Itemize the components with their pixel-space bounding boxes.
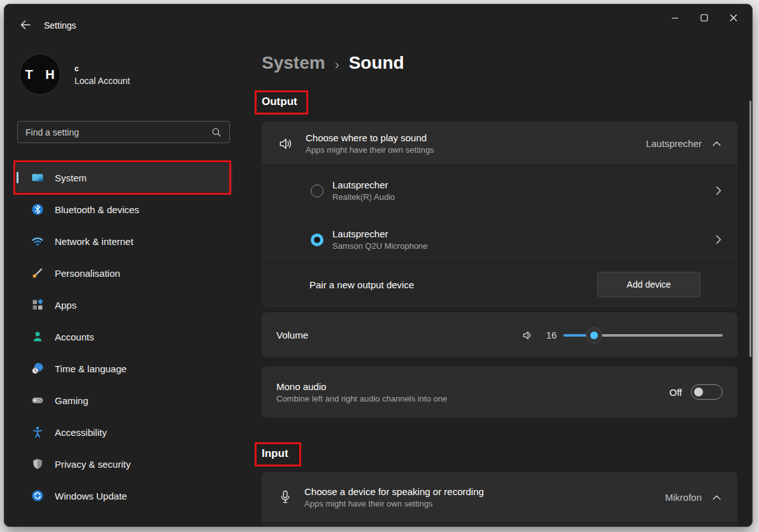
system-icon [31, 171, 44, 184]
search-box [17, 121, 230, 143]
sidebar-item-label: Apps [55, 300, 76, 311]
radio-unselected[interactable] [311, 185, 323, 197]
breadcrumb-parent[interactable]: System [262, 53, 325, 73]
paintbrush-icon [31, 267, 44, 279]
chevron-right-icon [716, 235, 721, 244]
minimize-button[interactable] [660, 7, 690, 29]
input-section-label: Input [262, 447, 288, 460]
accessibility-person-icon [31, 426, 44, 438]
sidebar-item-system[interactable]: System [16, 163, 232, 192]
sidebar-item-label: Windows Update [55, 491, 127, 501]
device-description: Samson Q2U Microphone [332, 241, 428, 251]
volume-slider[interactable] [564, 327, 723, 344]
settings-window: Settings T H c Local Account System [4, 4, 753, 527]
device-name: Lautsprecher [332, 228, 428, 239]
close-icon [730, 14, 737, 22]
microphone-icon [278, 489, 293, 506]
output-section-label: Output [262, 95, 297, 108]
chevron-right-icon [716, 186, 721, 195]
account-type: Local Account [74, 76, 130, 86]
sidebar-item-time-language[interactable]: Time & language [16, 354, 232, 383]
app-title: Settings [44, 20, 76, 31]
mono-toggle[interactable] [691, 384, 723, 400]
mono-audio-subtitle: Combine left and right audio channels in… [276, 394, 447, 403]
maximize-icon [700, 14, 708, 22]
person-icon [31, 330, 44, 343]
input-device-row-clipped[interactable] [262, 522, 737, 527]
page-title: Sound [349, 53, 404, 73]
output-chooser-title: Choose where to play sound [306, 132, 434, 143]
sidebar-item-windows-update[interactable]: Windows Update [16, 481, 232, 510]
sidebar-item-label: Time & language [55, 363, 127, 374]
add-device-button[interactable]: Add device [597, 272, 700, 297]
sidebar-item-gaming[interactable]: Gaming [16, 386, 232, 415]
update-icon [31, 489, 44, 502]
sidebar-item-label: Privacy & security [55, 459, 131, 470]
sidebar-item-label: System [55, 172, 87, 183]
sidebar-item-network-internet[interactable]: Network & internet [16, 227, 232, 256]
sidebar-item-label: Accessibility [55, 427, 107, 438]
sidebar-item-label: Bluetooth & devices [55, 204, 139, 215]
device-name: Lautsprecher [332, 179, 395, 190]
search-icon [211, 127, 222, 137]
minimize-icon [671, 14, 679, 22]
scrollbar-thumb[interactable] [749, 101, 751, 357]
back-arrow-icon [20, 20, 31, 30]
radio-selected[interactable] [311, 234, 323, 246]
gamepad-icon [31, 394, 44, 407]
sidebar-item-label: Network & internet [55, 236, 133, 247]
slider-thumb[interactable] [586, 327, 602, 344]
back-button[interactable] [16, 17, 35, 32]
sidebar-item-privacy-security[interactable]: Privacy & security [16, 449, 232, 479]
sidebar-item-label: Personalisation [55, 268, 120, 279]
mono-audio-title: Mono audio [276, 381, 447, 392]
sidebar-item-personalisation[interactable]: Personalisation [16, 258, 232, 288]
selection-pill [17, 172, 18, 183]
maximize-button[interactable] [690, 7, 719, 29]
output-chooser-subtitle: Apps might have their own settings [306, 145, 434, 155]
sidebar-nav: System Bluetooth & devices Network & int… [16, 163, 232, 513]
sidebar-item-apps[interactable]: Apps [16, 290, 232, 319]
volume-speaker-icon[interactable] [521, 329, 534, 342]
input-chooser-subtitle: Apps might have their own settings [304, 499, 484, 508]
input-chooser-title: Choose a device for speaking or recordin… [304, 486, 484, 497]
shield-icon [31, 458, 44, 470]
mono-audio-card: Mono audio Combine left and right audio … [262, 367, 737, 417]
breadcrumb-separator-icon: › [335, 55, 339, 72]
sidebar-item-accessibility[interactable]: Accessibility [16, 417, 232, 447]
device-description: Realtek(R) Audio [332, 192, 395, 202]
speaker-icon [278, 136, 294, 152]
sidebar-item-label: Accounts [55, 332, 94, 342]
search-input[interactable] [18, 127, 211, 137]
mono-toggle-state: Off [669, 387, 682, 398]
avatar[interactable]: T H [20, 54, 60, 95]
volume-card: Volume 16 [262, 312, 737, 358]
account-name: c [74, 64, 79, 73]
bluetooth-icon [31, 203, 44, 216]
output-selected-device-value: Lautsprecher [646, 138, 702, 149]
breadcrumb: System › Sound [262, 53, 404, 73]
pair-device-label: Pair a new output device [309, 279, 414, 290]
chevron-up-icon [713, 495, 721, 500]
device-row-realtek[interactable]: Lautsprecher Realtek(R) Audio [262, 165, 737, 216]
toggle-knob [694, 388, 703, 396]
output-device-card: Choose where to play sound Apps might ha… [262, 122, 737, 307]
window-controls [660, 7, 748, 29]
input-chooser-row[interactable]: Choose a device for speaking or recordin… [262, 473, 737, 522]
device-row-samson[interactable]: Lautsprecher Samson Q2U Microphone [262, 216, 737, 263]
close-button[interactable] [719, 7, 748, 29]
clock-globe-icon [31, 362, 44, 375]
apps-icon [31, 298, 44, 311]
volume-label: Volume [276, 330, 308, 340]
sidebar-item-accounts[interactable]: Accounts [16, 322, 232, 351]
input-device-card: Choose a device for speaking or recordin… [262, 472, 737, 527]
output-chooser-row[interactable]: Choose where to play sound Apps might ha… [262, 122, 737, 165]
sidebar-item-bluetooth-devices[interactable]: Bluetooth & devices [16, 195, 232, 224]
pair-device-row: Pair a new output device Add device [262, 263, 737, 305]
volume-value: 16 [543, 330, 560, 340]
input-selected-device-value: Mikrofon [665, 492, 702, 503]
chevron-up-icon [713, 141, 721, 146]
sidebar-item-label: Gaming [55, 395, 89, 406]
wifi-icon [31, 235, 44, 248]
